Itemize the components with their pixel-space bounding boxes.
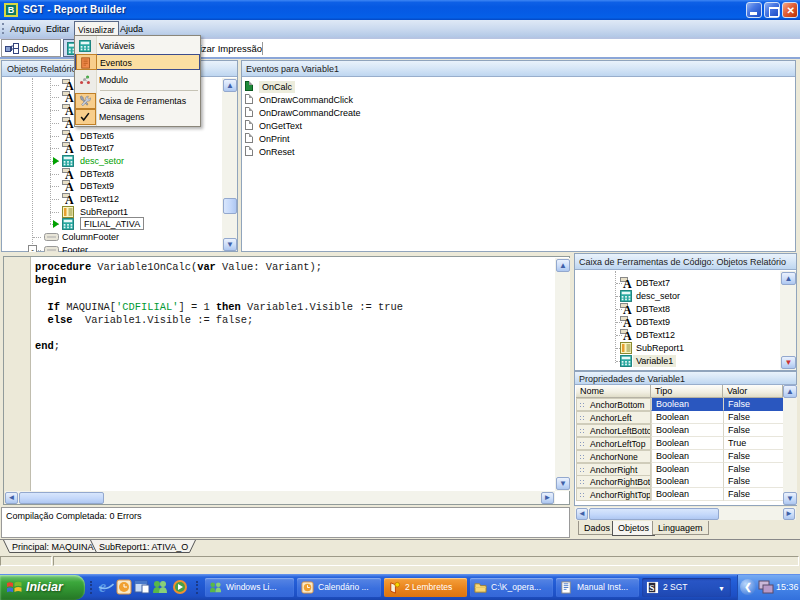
svg-text:A: A [65,91,74,103]
svg-text:A: A [65,104,74,116]
svg-text:A: A [623,277,632,289]
svg-text:A: A [623,329,632,341]
svg-text:A: A [623,316,632,328]
svg-text:A: A [65,193,74,205]
svg-text:e: e [99,578,106,595]
svg-text:A: A [65,180,74,192]
svg-text:SubReport1: ATIVA_O: SubReport1: ATIVA_O [99,542,188,552]
svg-text:S: S [649,583,654,593]
svg-text:A: A [65,79,74,91]
svg-text:A: A [65,130,74,142]
svg-text:Principal: MAQUINA: Principal: MAQUINA [12,542,94,552]
svg-text:A: A [65,117,74,129]
svg-text:A: A [65,168,74,180]
svg-text:A: A [65,142,74,154]
svg-text:A: A [623,303,632,315]
